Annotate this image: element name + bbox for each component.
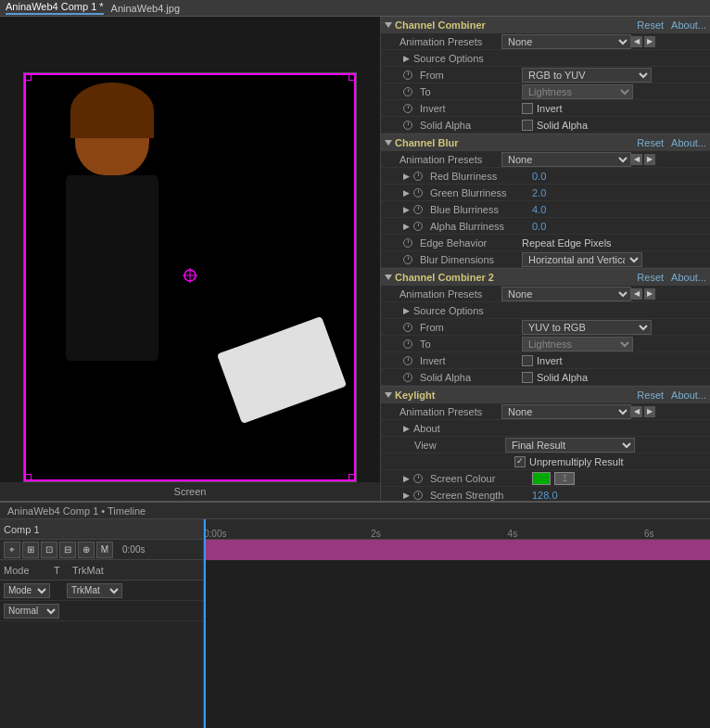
expand-icon — [385, 22, 392, 28]
cc1-source-options-row[interactable]: ▶ Source Options — [381, 50, 710, 67]
tl-btn-4[interactable]: ⊟ — [59, 542, 76, 558]
effects-panel[interactable]: Channel Combiner Reset About... Animatio… — [380, 17, 710, 501]
comp-name: Comp 1 — [4, 524, 40, 535]
cb-blue-value[interactable]: 4.0 — [532, 204, 546, 215]
cc1-reset-btn[interactable]: Reset — [637, 19, 664, 31]
playhead[interactable] — [204, 519, 206, 728]
tl-btn-5[interactable]: ⊕ — [78, 542, 95, 558]
cb-green-value[interactable]: 2.0 — [532, 187, 546, 198]
cc1-next-btn[interactable]: ▶ — [644, 36, 655, 47]
cb-dims-stopwatch[interactable] — [403, 255, 412, 264]
handle-br[interactable] — [349, 474, 356, 481]
tab-jpg[interactable]: AninaWeb4.jpg — [111, 3, 180, 14]
handle-bl[interactable] — [24, 474, 32, 481]
cb-edge-label: Edge Behavior — [420, 237, 522, 249]
timeline-label: AninaWeb4 Comp 1 • Timeline — [0, 503, 710, 519]
cc1-about-btn[interactable]: About... — [671, 19, 706, 31]
kl-ss-stopwatch[interactable] — [413, 491, 423, 500]
cc1-invert-checkbox[interactable] — [522, 103, 533, 114]
cb-edge-stopwatch[interactable] — [403, 238, 412, 248]
cc1-solid-alpha-checkbox[interactable] — [522, 120, 533, 131]
cb-blue-stopwatch[interactable] — [413, 205, 423, 214]
trkmat-dropdown-1[interactable]: TrkMat — [67, 583, 122, 598]
cc2-anim-presets-dropdown[interactable]: None — [501, 287, 631, 301]
channel-combiner-1-name: Channel Combiner — [395, 19, 629, 31]
cc2-next-btn[interactable]: ▶ — [644, 288, 655, 300]
keylight-header[interactable]: Keylight Reset About... — [381, 387, 710, 403]
cb-alpha-value[interactable]: 0.0 — [532, 221, 546, 232]
cc2-solid-alpha-checkbox[interactable] — [522, 372, 533, 383]
kl-unpremultiply-checkbox[interactable] — [514, 456, 526, 467]
channel-combiner-1-header[interactable]: Channel Combiner Reset About... — [381, 17, 710, 33]
main-content: Screen Channel Combiner Reset About... A… — [0, 17, 710, 501]
hair-shape — [70, 83, 154, 138]
cc2-anim-arrows: ◀ ▶ — [631, 288, 655, 300]
cc1-solid-stopwatch[interactable] — [403, 121, 412, 130]
cb-red-value[interactable]: 0.0 — [532, 171, 546, 182]
kl-prev-btn[interactable]: ◀ — [631, 406, 642, 417]
channel-blur-name: Channel Blur — [395, 137, 629, 148]
cb-green-stopwatch[interactable] — [413, 188, 423, 198]
cb-dims-dropdown[interactable]: Horizontal and Vertical — [522, 252, 642, 267]
cc2-about-btn[interactable]: About... — [671, 272, 706, 283]
cb-next-btn[interactable]: ▶ — [644, 154, 655, 165]
handle-tl[interactable] — [24, 73, 32, 81]
cc1-invert-stopwatch[interactable] — [403, 104, 412, 113]
cb-red-stopwatch[interactable] — [413, 172, 423, 181]
cc2-from-stopwatch[interactable] — [403, 323, 412, 332]
handle-tr[interactable] — [349, 73, 356, 81]
cc1-anim-label: Animation Presets — [399, 36, 501, 47]
kl-unpremultiply-text: Unpremultiply Result — [529, 456, 623, 467]
kl-anim-presets-dropdown[interactable]: None — [501, 404, 631, 419]
cc2-to-stopwatch[interactable] — [403, 339, 412, 349]
cb-prev-btn[interactable]: ◀ — [631, 154, 642, 165]
cc2-reset-btn[interactable]: Reset — [637, 272, 664, 283]
kl-about-row[interactable]: ▶ About — [381, 420, 710, 437]
cc2-solid-alpha-label: Solid Alpha — [420, 372, 522, 383]
cb-about-btn[interactable]: About... — [671, 137, 706, 148]
tab-comp[interactable]: AninaWeb4 Comp 1 * — [6, 1, 104, 15]
cb-anim-presets-dropdown[interactable]: None — [501, 152, 631, 167]
cc2-to-row: To Lightness — [381, 336, 710, 352]
cc2-to-dropdown[interactable]: Lightness — [522, 337, 633, 351]
cc1-from-dropdown[interactable]: RGB to YUV — [522, 68, 652, 83]
cc1-prev-btn[interactable]: ◀ — [631, 36, 642, 47]
track-row-1: Mode TrkMat — [0, 581, 203, 601]
kl-sc-pipette-btn[interactable]: ⌶ — [554, 472, 575, 485]
cc2-invert-row: Invert Invert — [381, 352, 710, 369]
cc1-from-label: From — [420, 70, 522, 81]
mode-dropdown-1[interactable]: Mode — [4, 583, 50, 598]
tl-btn-3[interactable]: ⊡ — [41, 542, 57, 558]
cb-green-blur-row: ▶ Green Blurriness 2.0 — [381, 185, 710, 201]
timeline-main: Comp 1 ⌖ ⊞ ⊡ ⊟ ⊕ M 0:00s Mode T TrkMat — [0, 519, 710, 728]
cc2-invert-checkbox[interactable] — [522, 355, 533, 366]
cc2-from-dropdown[interactable]: YUV to RGB — [522, 320, 652, 335]
channel-combiner-2-section: Channel Combiner 2 Reset About... Animat… — [381, 269, 710, 387]
kl-about-btn[interactable]: About... — [671, 390, 706, 401]
cc2-solid-stopwatch[interactable] — [403, 373, 412, 382]
cc1-from-stopwatch[interactable] — [403, 70, 412, 80]
cc2-prev-btn[interactable]: ◀ — [631, 288, 642, 300]
kl-view-dropdown[interactable]: Final Result — [505, 438, 635, 453]
cc1-to-dropdown[interactable]: Lightness — [522, 84, 633, 99]
cb-reset-btn[interactable]: Reset — [637, 137, 664, 148]
channel-combiner-2-header[interactable]: Channel Combiner 2 Reset About... — [381, 269, 710, 286]
tl-btn-2[interactable]: ⊞ — [22, 542, 39, 558]
tl-btn-6[interactable]: M — [96, 542, 113, 558]
cc2-invert-stopwatch[interactable] — [403, 356, 412, 365]
channel-blur-header[interactable]: Channel Blur Reset About... — [381, 134, 710, 151]
cc1-anim-presets-dropdown[interactable]: None — [501, 34, 631, 49]
kl-sc-stopwatch[interactable] — [413, 474, 423, 483]
cb-alpha-stopwatch[interactable] — [413, 222, 423, 231]
cc2-source-options-row[interactable]: ▶ Source Options — [381, 302, 710, 319]
mode-dropdown-2[interactable]: Normal — [4, 604, 59, 619]
tl-btn-1[interactable]: ⌖ — [4, 542, 20, 558]
kl-sc-color-swatch[interactable] — [532, 472, 551, 485]
kl-next-btn[interactable]: ▶ — [644, 406, 655, 417]
kl-ss-value[interactable]: 128.0 — [532, 490, 558, 501]
cc2-invert-checkbox-area: Invert — [522, 355, 563, 366]
cc1-to-stopwatch[interactable] — [403, 87, 412, 96]
kl-reset-btn[interactable]: Reset — [637, 390, 664, 401]
cb-red-blur-row: ▶ Red Blurriness 0.0 — [381, 168, 710, 185]
cc1-solid-alpha-row: Solid Alpha Solid Alpha — [381, 117, 710, 134]
